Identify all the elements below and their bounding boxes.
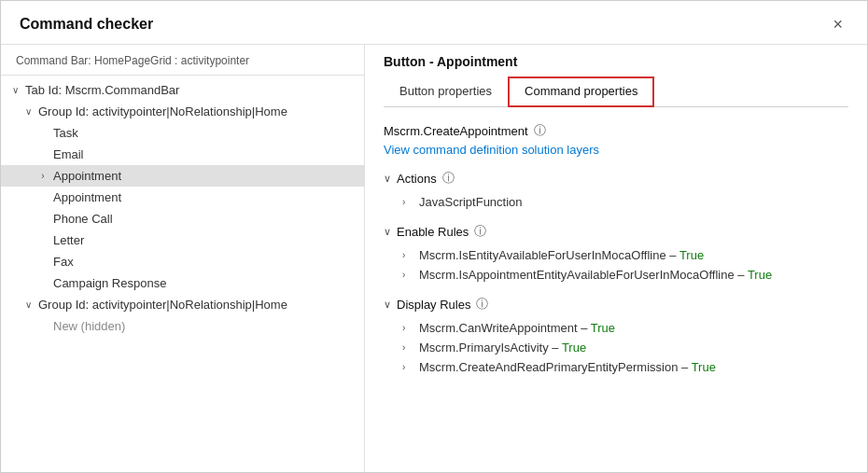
tree-item-email[interactable]: Email bbox=[1, 144, 364, 165]
tree-chevron-appointment-selected: › bbox=[36, 171, 49, 181]
section-info-icon-enable-rules[interactable]: ⓘ bbox=[474, 223, 486, 240]
tree-label-new-hidden: New (hidden) bbox=[53, 319, 125, 333]
left-panel: Command Bar: HomePageGrid : activitypoin… bbox=[1, 45, 365, 472]
section-header-actions[interactable]: ∨Actionsⓘ bbox=[384, 170, 848, 187]
section-header-display-rules[interactable]: ∨Display Rulesⓘ bbox=[384, 296, 848, 313]
section-item-enable-rules-1[interactable]: ›Mscrm.IsAppointmentEntityAvailableForUs… bbox=[384, 265, 848, 285]
tree-item-group-id-1[interactable]: ∨Group Id: activitypointer|NoRelationshi… bbox=[1, 101, 364, 122]
tree-label-phone-call: Phone Call bbox=[53, 212, 113, 226]
section-chevron-enable-rules: ∨ bbox=[384, 226, 391, 238]
item-text-enable-rules-1: Mscrm.IsAppointmentEntityAvailableForUse… bbox=[419, 268, 772, 282]
tree-label-letter: Letter bbox=[53, 233, 84, 247]
section-item-actions-0[interactable]: ›JavaScriptFunction bbox=[384, 192, 848, 212]
section-item-display-rules-0[interactable]: ›Mscrm.CanWriteAppointment – True bbox=[384, 318, 848, 338]
section-title-actions: Actions bbox=[397, 172, 437, 186]
tree-label-appointment-selected: Appointment bbox=[53, 169, 121, 183]
item-chevron-display-rules-1: › bbox=[402, 342, 413, 353]
info-icon[interactable]: ⓘ bbox=[534, 122, 546, 139]
item-chevron-display-rules-0: › bbox=[402, 323, 413, 333]
section-chevron-actions: ∨ bbox=[384, 173, 391, 185]
right-panel-content: Mscrm.CreateAppointment ⓘ View command d… bbox=[365, 107, 867, 472]
section-item-display-rules-1[interactable]: ›Mscrm.PrimaryIsActivity – True bbox=[384, 338, 848, 357]
dialog-title: Command checker bbox=[20, 16, 153, 33]
tree-label-group-id-2: Group Id: activitypointer|NoRelationship… bbox=[38, 298, 287, 312]
item-text-actions-0: JavaScriptFunction bbox=[419, 195, 523, 209]
section-header-enable-rules[interactable]: ∨Enable Rulesⓘ bbox=[384, 223, 848, 240]
tree-container[interactable]: ∨Tab Id: Mscrm.CommandBar∨Group Id: acti… bbox=[1, 76, 364, 472]
item-true-value-display-rules-0: True bbox=[591, 321, 615, 335]
section-item-enable-rules-0[interactable]: ›Mscrm.IsEntityAvailableForUserInMocaOff… bbox=[384, 245, 848, 265]
item-text-enable-rules-0: Mscrm.IsEntityAvailableForUserInMocaOffl… bbox=[419, 248, 704, 262]
tree-label-appointment-2: Appointment bbox=[53, 190, 121, 204]
right-panel-header: Button - Appointment Button propertiesCo… bbox=[365, 45, 867, 107]
item-true-value-display-rules-2: True bbox=[692, 360, 716, 374]
tree-label-email: Email bbox=[53, 147, 84, 161]
section-info-icon-display-rules[interactable]: ⓘ bbox=[476, 296, 488, 313]
item-text-display-rules-0: Mscrm.CanWriteAppointment – True bbox=[419, 321, 615, 335]
item-chevron-enable-rules-0: › bbox=[402, 250, 413, 260]
button-title: Button - Appointment bbox=[384, 54, 848, 69]
right-panel: Button - Appointment Button propertiesCo… bbox=[365, 45, 867, 472]
tab-command-props[interactable]: Command properties bbox=[508, 77, 654, 107]
tree-item-campaign-response[interactable]: Campaign Response bbox=[1, 272, 364, 294]
item-text-display-rules-2: Mscrm.CreateAndReadPrimaryEntityPermissi… bbox=[419, 360, 716, 374]
item-chevron-actions-0: › bbox=[402, 197, 413, 207]
section-title-display-rules: Display Rules bbox=[397, 298, 470, 312]
tree-label-campaign-response: Campaign Response bbox=[53, 276, 166, 290]
left-panel-header: Command Bar: HomePageGrid : activitypoin… bbox=[1, 45, 364, 76]
tree-chevron-tab-id: ∨ bbox=[8, 85, 21, 95]
tree-item-appointment-selected[interactable]: ›Appointment bbox=[1, 165, 364, 187]
tree-item-fax[interactable]: Fax bbox=[1, 251, 364, 272]
tree-chevron-group-id-1: ∨ bbox=[21, 106, 35, 117]
tree-label-tab-id: Tab Id: Mscrm.CommandBar bbox=[25, 83, 179, 97]
tree-chevron-group-id-2: ∨ bbox=[21, 299, 35, 310]
command-name: Mscrm.CreateAppointment bbox=[384, 124, 528, 138]
section-display-rules: ∨Display Rulesⓘ›Mscrm.CanWriteAppointmen… bbox=[384, 296, 848, 377]
item-true-value-display-rules-1: True bbox=[562, 341, 586, 355]
command-checker-dialog: Command checker × Command Bar: HomePageG… bbox=[0, 0, 868, 473]
section-chevron-display-rules: ∨ bbox=[384, 299, 391, 311]
tree-item-appointment-2[interactable]: Appointment bbox=[1, 187, 364, 208]
section-enable-rules: ∨Enable Rulesⓘ›Mscrm.IsEntityAvailableFo… bbox=[384, 223, 848, 285]
close-button[interactable]: × bbox=[827, 14, 848, 35]
dialog-body: Command Bar: HomePageGrid : activitypoin… bbox=[1, 45, 867, 472]
tree-item-new-hidden[interactable]: New (hidden) bbox=[1, 315, 364, 337]
tree-item-tab-id[interactable]: ∨Tab Id: Mscrm.CommandBar bbox=[1, 79, 364, 101]
item-true-value-enable-rules-0: True bbox=[679, 248, 704, 262]
command-name-row: Mscrm.CreateAppointment ⓘ bbox=[384, 122, 848, 139]
tree-item-task[interactable]: Task bbox=[1, 122, 364, 144]
tree-label-fax: Fax bbox=[53, 255, 74, 269]
item-true-value-enable-rules-1: True bbox=[748, 268, 772, 282]
section-item-display-rules-2[interactable]: ›Mscrm.CreateAndReadPrimaryEntityPermiss… bbox=[384, 357, 848, 377]
tree-label-task: Task bbox=[53, 126, 78, 140]
view-link[interactable]: View command definition solution layers bbox=[384, 143, 848, 157]
section-title-enable-rules: Enable Rules bbox=[397, 225, 469, 239]
tabs-container: Button propertiesCommand properties bbox=[384, 77, 848, 107]
dialog-header: Command checker × bbox=[1, 1, 867, 45]
tab-button-props[interactable]: Button properties bbox=[384, 77, 508, 107]
tree-label-group-id-1: Group Id: activitypointer|NoRelationship… bbox=[38, 104, 287, 118]
tree-item-phone-call[interactable]: Phone Call bbox=[1, 208, 364, 230]
sections-container: ∨Actionsⓘ›JavaScriptFunction∨Enable Rule… bbox=[384, 170, 848, 377]
item-chevron-enable-rules-1: › bbox=[402, 270, 413, 280]
item-chevron-display-rules-2: › bbox=[402, 362, 413, 372]
tree-item-letter[interactable]: Letter bbox=[1, 230, 364, 251]
section-actions: ∨Actionsⓘ›JavaScriptFunction bbox=[384, 170, 848, 212]
tree-item-group-id-2[interactable]: ∨Group Id: activitypointer|NoRelationshi… bbox=[1, 294, 364, 315]
item-text-display-rules-1: Mscrm.PrimaryIsActivity – True bbox=[419, 341, 586, 355]
section-info-icon-actions[interactable]: ⓘ bbox=[442, 170, 455, 187]
